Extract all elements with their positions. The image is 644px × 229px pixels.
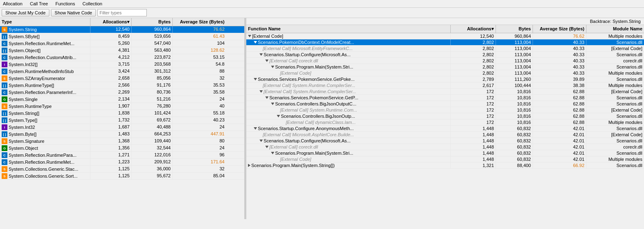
cell-allocations: 1,907 <box>90 103 132 110</box>
list-item[interactable]: [External Call] System.Runtime.CompilerS… <box>246 89 644 95</box>
rcell-module: Scenarios.dll <box>586 101 644 107</box>
expand-down-icon[interactable] <box>265 146 269 148</box>
list-item[interactable]: Scenarios.Services.PokemonService.GetPok… <box>246 76 644 82</box>
table-row[interactable]: G System.Single 2,134 51,216 24 <box>0 96 244 103</box>
expand-down-icon[interactable] <box>265 60 269 62</box>
rcol-alloc-header[interactable]: Allocations▾ <box>451 25 496 33</box>
table-row[interactable]: [ ] System.Type[] 1,732 69,672 40.23 <box>0 117 244 124</box>
type-label: System.Type[] <box>9 118 37 123</box>
expand-down-icon[interactable] <box>271 103 274 105</box>
list-item[interactable]: [External Call] dynamicClass.lam... 172 … <box>246 119 644 126</box>
table-row[interactable]: [ ] System.Object[] 4,381 563,480 128.62 <box>0 47 244 54</box>
rcell-function: [External Call] dynamicClass.lam... <box>246 119 451 125</box>
expand-down-icon[interactable] <box>259 140 263 142</box>
rcell-module: Scenarios.dll <box>586 76 644 82</box>
rcell-module: coreclr.dll <box>586 144 644 150</box>
show-just-my-code-button[interactable]: Show Just My Code <box>2 9 49 16</box>
table-row[interactable]: C System.Reflection.ParameterInf... 2,26… <box>0 89 244 96</box>
filter-types-input[interactable] <box>97 9 147 16</box>
expand-down-icon[interactable] <box>271 66 274 68</box>
list-item[interactable]: [External Call] coreclr.dll 2,802 113,00… <box>246 58 644 64</box>
list-item[interactable]: Scenarios.Startup.Configure(Microsoft.As… <box>246 52 644 58</box>
list-item[interactable]: [External Code] 1,448 60,832 42.01 Multi… <box>246 156 644 163</box>
cell-allocations: 1,223 <box>90 159 132 165</box>
list-item[interactable]: Scenarios.Startup.Configure(Microsoft.As… <box>246 138 644 144</box>
table-row[interactable]: [ ] System.SByte[] 8,459 519,656 61.43 <box>0 33 244 40</box>
rcell-allocations: 2,802 <box>451 52 496 57</box>
table-row[interactable]: [ ] System.String[] 1,838 101,424 55.18 <box>0 110 244 117</box>
list-item[interactable]: Scenarios.Program.Main(System.Stri... 1,… <box>246 150 644 156</box>
expand-down-icon[interactable] <box>254 78 257 80</box>
expand-down-icon[interactable] <box>259 53 263 56</box>
menu-calltree[interactable]: Call Tree <box>29 1 49 7</box>
list-item[interactable]: [External Call] Microsoft.AspNetCore.Bui… <box>246 132 644 138</box>
col-alloc-header[interactable]: Allocations▾ <box>90 18 132 26</box>
table-row[interactable]: S System.String 12,540 960,864 76.62 <box>0 26 244 33</box>
cell-bytes: 32,544 <box>132 145 173 151</box>
list-item[interactable]: Scenarios.Controllers.BigJsonOutputC... … <box>246 101 644 107</box>
expand-down-icon[interactable] <box>271 152 274 154</box>
rcell-allocations: 2,802 <box>451 70 496 76</box>
table-row[interactable]: G System.Object 1,356 32,544 24 <box>0 145 244 152</box>
rcell-allocations: 2,802 <box>451 58 496 64</box>
list-item[interactable]: Scenarios.PokemonDbContext.OnModelCreat.… <box>246 39 644 46</box>
list-item[interactable]: [External Call] System.Runtime.CompilerS… <box>246 82 644 89</box>
table-row[interactable]: [ ] System.Byte[] 1,483 664,253 447.91 <box>0 131 244 138</box>
list-item[interactable]: Scenarios.Controllers.BigJsonOutp... 172… <box>246 113 644 119</box>
expand-down-icon[interactable] <box>248 35 251 37</box>
table-row[interactable]: C System.Reflection.RuntimePara... 1,271… <box>0 152 244 159</box>
list-item[interactable]: [External Call] Microsoft.EntityFramewor… <box>246 46 644 52</box>
table-row[interactable]: C System.Reflection.RuntimeMet... 1,223 … <box>0 159 244 166</box>
int-icon: I <box>2 124 7 130</box>
string-icon: S <box>2 173 7 179</box>
rcell-allocations: 172 <box>451 113 496 119</box>
table-row[interactable]: I System.Int32 1,687 40,488 24 <box>0 124 244 131</box>
rcell-allocations: 2,802 <box>451 64 496 70</box>
list-item[interactable]: Scenarios.Program.Main(System.String[]) … <box>246 163 644 169</box>
cell-allocations: 1,368 <box>90 138 132 144</box>
rcell-avgsize: 39.89 <box>533 76 586 82</box>
rcell-bytes: 10,816 <box>496 113 533 119</box>
table-row[interactable]: C System.RuntimeMethodInfoStub 3,424 301… <box>0 68 244 75</box>
table-row[interactable]: S System.RuntimeType 1,907 76,280 40 <box>0 103 244 110</box>
expand-down-icon[interactable] <box>259 90 263 93</box>
table-row[interactable]: C System.Reflection.RuntimeMet... 5,260 … <box>0 40 244 47</box>
cell-avgsize: 80 <box>173 138 226 144</box>
menu-allocation[interactable]: Allocation <box>2 1 24 7</box>
cell-type: S System.Collections.Generic.Sort... <box>0 173 90 179</box>
table-row[interactable]: S System.Signature 1,368 109,440 80 <box>0 138 244 145</box>
table-row[interactable]: S System.SZArrayEnumerator 2,658 85,056 … <box>0 75 244 82</box>
expand-down-icon[interactable] <box>254 41 257 44</box>
cell-avgsize: 32 <box>173 166 226 172</box>
table-row[interactable]: S System.Collections.Generic.Sort... 1,1… <box>0 173 244 180</box>
list-item[interactable]: [External Call] System.Runtime.Com... 17… <box>246 107 644 113</box>
expand-down-icon[interactable] <box>254 127 257 130</box>
expand-down-icon[interactable] <box>277 115 280 117</box>
list-item[interactable]: [External Code] 12,540 960,864 76.62 Mul… <box>246 33 644 39</box>
table-row[interactable]: C System.Reflection.CustomAttrib... 4,21… <box>0 54 244 61</box>
rcell-function: [External Call] coreclr.dll <box>246 58 451 64</box>
type-label: System.Byte[] <box>9 132 37 137</box>
rcell-module: Scenarios.dll <box>586 113 644 119</box>
rcell-module: Scenarios.dll <box>586 126 644 131</box>
array-icon: [ ] <box>2 34 7 39</box>
expand-right-icon[interactable] <box>248 164 250 167</box>
table-row[interactable]: S System.Collections.Generic.Stac... 1,1… <box>0 166 244 173</box>
table-row[interactable]: [ ] System.RuntimeType[] 2,566 91,176 35… <box>0 82 244 89</box>
type-label: System.RuntimeType <box>9 104 52 109</box>
type-label: System.Reflection.RuntimeMet... <box>9 41 74 46</box>
list-item[interactable]: [External Call] coreclr.dll 1,448 60,832… <box>246 144 644 150</box>
rcell-function: Scenarios.Startup.Configure(Microsoft.As… <box>246 138 451 144</box>
list-item[interactable]: Scenarios.Startup.Configure.AnonymousMet… <box>246 126 644 132</box>
menu-collection[interactable]: Collection <box>81 1 103 7</box>
list-item[interactable]: Scenarios.Services.PokemonService.GetP..… <box>246 95 644 101</box>
list-item[interactable]: [External Code] 2,802 113,004 40.33 Mult… <box>246 70 644 76</box>
expand-down-icon[interactable] <box>265 96 269 99</box>
list-item[interactable]: Scenarios.Program.Main(System.Stri... 2,… <box>246 64 644 70</box>
rcell-allocations: 1,448 <box>451 144 496 150</box>
table-row[interactable]: I System.Int32[] 3,715 203,568 54.8 <box>0 61 244 68</box>
show-native-code-button[interactable]: Show Native Code <box>51 9 96 16</box>
cell-type: C System.Reflection.RuntimeMet... <box>0 159 90 165</box>
menu-functions[interactable]: Functions <box>54 1 76 7</box>
rcell-function: Scenarios.Startup.Configure(Microsoft.As… <box>246 52 451 57</box>
